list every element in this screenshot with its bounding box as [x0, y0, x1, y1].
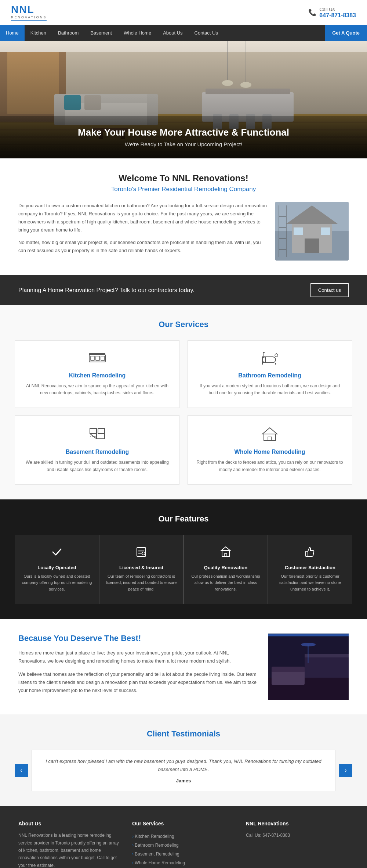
- deserve-text: Because You Deserve The Best! Homes are …: [18, 634, 257, 700]
- bathroom-icon: [195, 352, 345, 368]
- svg-marker-64: [262, 428, 277, 434]
- hero-subtitle: We're Ready to Take on Your Upcoming Pro…: [11, 141, 356, 147]
- testimonials-section: Client Testimonials ‹ I can't express ho…: [0, 714, 367, 806]
- footer-link-whole-home: Whole Home Remodeling: [132, 858, 235, 867]
- service-kitchen-desc: At NNL Renovations, we aim to spruce up …: [22, 383, 172, 397]
- deserve-p2: We believe that homes are the reflection…: [18, 670, 257, 695]
- nav-basement[interactable]: Basement: [84, 25, 118, 41]
- testimonial-author: James: [43, 778, 324, 783]
- svg-rect-76: [306, 551, 308, 556]
- call-area: 📞 Call Us 647-871-8383: [308, 7, 356, 19]
- footer-whole-home-link[interactable]: Whole Home Remodeling: [132, 860, 185, 865]
- footer-link-kitchen: Kitchen Remodeling: [132, 832, 235, 840]
- quality-home-icon: [190, 546, 262, 560]
- feature-quality-desc: Our professionalism and workmanship allo…: [190, 573, 262, 593]
- feature-satisfaction-title: Customer Satisfaction: [274, 565, 346, 570]
- service-kitchen-title: Kitchen Remodeling: [22, 372, 172, 379]
- footer-about: About Us NNL Renovations is a leading ho…: [18, 821, 121, 868]
- svg-rect-75: [225, 553, 227, 556]
- svg-rect-40: [305, 238, 319, 253]
- svg-rect-43: [89, 355, 105, 362]
- welcome-section: Welcome To NNL Renovations! Toronto's Pr…: [0, 158, 367, 275]
- svg-point-55: [275, 354, 278, 357]
- footer-services: Our Services Kitchen Remodeling Bathroom…: [132, 821, 235, 868]
- kitchen-icon: [22, 352, 172, 368]
- banner-text: Planning A Home Renovation Project? Talk…: [18, 287, 195, 294]
- footer-basement-link[interactable]: Basement Remodeling: [132, 851, 179, 857]
- footer-link-basement: Basement Remodeling: [132, 849, 235, 858]
- footer-grid: About Us NNL Renovations is a leading ho…: [18, 821, 349, 868]
- service-basement-title: Basement Remodeling: [22, 449, 172, 455]
- contact-us-button[interactable]: Contact us: [310, 283, 349, 297]
- deserve-section: Because You Deserve The Best! Homes are …: [0, 619, 367, 714]
- features-grid: Locally Operated Ours is a locally owned…: [15, 535, 352, 604]
- deserve-p1: Homes are more than just a place to live…: [18, 649, 257, 665]
- svg-point-71: [142, 552, 145, 555]
- call-number: 647-871-8383: [319, 12, 356, 19]
- services-title: Our Services: [15, 320, 352, 329]
- footer: About Us NNL Renovations is a leading ho…: [0, 806, 367, 868]
- welcome-text: Do you want to own a custom renovated ki…: [18, 202, 268, 261]
- svg-rect-57: [90, 428, 97, 434]
- hero-section: Make Your House More Attractive & Functi…: [0, 41, 367, 158]
- footer-services-title: Our Services: [132, 821, 235, 826]
- nav-bathroom[interactable]: Bathroom: [52, 25, 84, 41]
- svg-rect-41: [294, 227, 303, 235]
- svg-rect-44: [91, 356, 94, 361]
- footer-kitchen-link[interactable]: Kitchen Remodeling: [132, 834, 174, 839]
- nav-contact[interactable]: Contact Us: [189, 25, 224, 41]
- features-section: Our Features Locally Operated Ours is a …: [0, 499, 367, 619]
- feature-quality: Quality Renovation Our professionalism a…: [184, 535, 268, 604]
- top-bar: NNL RENOVATIONS 📞 Call Us 647-871-8383: [0, 0, 367, 25]
- testimonial-next-button[interactable]: ›: [339, 764, 352, 777]
- feature-satisfaction-desc: Our foremost priority is customer satisf…: [274, 573, 346, 593]
- svg-rect-83: [272, 670, 305, 685]
- feature-licensed-title: Licensed & Insured: [105, 565, 177, 570]
- service-basement-desc: We are skilled in turning your dull and …: [22, 459, 172, 473]
- svg-rect-86: [308, 645, 309, 663]
- svg-rect-42: [321, 227, 330, 235]
- home-icon: [195, 427, 345, 444]
- feature-locally: Locally Operated Ours is a locally owned…: [15, 535, 99, 604]
- testimonial-prev-button[interactable]: ‹: [15, 764, 28, 777]
- feature-locally-title: Locally Operated: [21, 565, 93, 570]
- basement-icon: [22, 427, 172, 444]
- logo-text: NNL: [11, 4, 47, 15]
- svg-rect-81: [305, 656, 349, 678]
- feature-satisfaction: Customer Satisfaction Our foremost prior…: [268, 535, 352, 604]
- footer-link-bathroom: Bathroom Remodeling: [132, 840, 235, 849]
- services-grid: Kitchen Remodeling At NNL Renovations, w…: [15, 340, 352, 485]
- service-bathroom: Bathroom Remodeling If you want a modern…: [187, 340, 352, 408]
- service-whole-home-title: Whole Home Remodeling: [195, 449, 345, 455]
- license-icon: [105, 546, 177, 560]
- feature-licensed-desc: Our team of remodeling contractors is li…: [105, 573, 177, 593]
- feature-quality-title: Quality Renovation: [190, 565, 262, 570]
- footer-contact-title: NNL Renovations: [246, 821, 349, 826]
- logo: NNL RENOVATIONS: [11, 4, 47, 21]
- svg-rect-82: [305, 654, 349, 657]
- footer-contact-phone: Call Us: 647-871-8383: [246, 832, 349, 839]
- welcome-p1: Do you want to own a custom renovated ki…: [18, 202, 268, 234]
- service-bathroom-desc: If you want a modern styled and luxuriou…: [195, 383, 345, 397]
- banner: Planning A Home Renovation Project? Talk…: [0, 275, 367, 305]
- service-kitchen: Kitchen Remodeling At NNL Renovations, w…: [15, 340, 180, 408]
- testimonial-text: I can't express how pleased I am with th…: [43, 757, 324, 774]
- logo-sub: RENOVATIONS: [11, 15, 47, 19]
- features-title: Our Features: [15, 514, 352, 524]
- nav-kitchen[interactable]: Kitchen: [25, 25, 52, 41]
- services-section: Our Services Kitchen Remodeling At NNL R…: [0, 305, 367, 499]
- nav-home[interactable]: Home: [0, 25, 25, 41]
- phone-icon: 📞: [308, 8, 316, 17]
- nav-about[interactable]: About Us: [157, 25, 188, 41]
- nav-whole-home[interactable]: Whole Home: [118, 25, 157, 41]
- svg-rect-66: [268, 437, 272, 441]
- footer-bathroom-link[interactable]: Bathroom Remodeling: [132, 843, 179, 848]
- welcome-p2: No matter, how big or small your project…: [18, 238, 268, 255]
- svg-rect-65: [264, 434, 276, 441]
- service-whole-home: Whole Home Remodeling Right from the dec…: [187, 415, 352, 484]
- service-bathroom-title: Bathroom Remodeling: [195, 372, 345, 379]
- service-basement: Basement Remodeling We are skilled in tu…: [15, 415, 180, 484]
- get-quote-button[interactable]: Get A Quote: [325, 25, 367, 41]
- svg-rect-84: [272, 667, 305, 672]
- feature-licensed: Licensed & Insured Our team of remodelin…: [99, 535, 184, 604]
